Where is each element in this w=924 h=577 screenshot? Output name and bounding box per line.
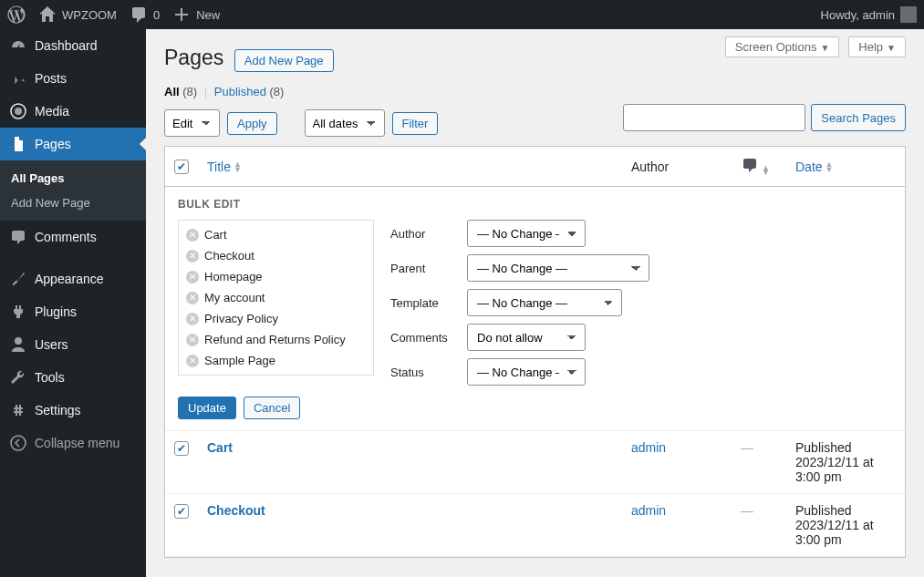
- row-checkbox[interactable]: [174, 441, 189, 456]
- row-author[interactable]: admin: [631, 503, 666, 518]
- filter-all-count: (8): [182, 85, 197, 98]
- filter-button[interactable]: Filter: [392, 112, 439, 135]
- menu-users[interactable]: Users: [0, 328, 146, 361]
- admin-bar: WPZOOM 0 New Howdy, admin: [0, 0, 924, 29]
- row-checkbox[interactable]: [174, 504, 189, 519]
- bulk-status-select[interactable]: — No Change —: [467, 358, 586, 386]
- add-new-button[interactable]: Add New Page: [234, 49, 334, 72]
- chevron-down-icon: ▼: [820, 43, 829, 53]
- menu-label: Posts: [35, 71, 67, 86]
- menu-label: Settings: [35, 403, 81, 417]
- filter-all-label: All: [164, 85, 180, 98]
- row-comments: —: [741, 503, 753, 518]
- comments-link[interactable]: 0: [130, 5, 160, 24]
- help-label: Help: [858, 40, 883, 54]
- wp-logo-icon[interactable]: [7, 5, 26, 24]
- bulk-item: ✕Privacy Policy: [179, 308, 373, 329]
- remove-icon[interactable]: ✕: [186, 250, 199, 263]
- new-label: New: [196, 8, 220, 22]
- remove-icon[interactable]: ✕: [186, 334, 199, 346]
- bulk-template-select[interactable]: — No Change —: [467, 289, 622, 316]
- table-row: Checkout admin — Published2023/12/11 at …: [165, 494, 905, 557]
- brush-icon: [9, 270, 27, 288]
- bulk-author-select[interactable]: — No Change —: [467, 220, 586, 247]
- new-content[interactable]: New: [172, 5, 220, 24]
- menu-dashboard[interactable]: Dashboard: [0, 29, 146, 62]
- row-title[interactable]: Checkout: [207, 503, 265, 518]
- bulk-edit-title: BULK EDIT: [178, 198, 892, 211]
- filter-all[interactable]: All: [164, 85, 180, 98]
- update-button[interactable]: Update: [178, 397, 236, 419]
- sort-icon: ▲▼: [234, 162, 242, 172]
- wrench-icon: [9, 368, 27, 386]
- pages-table: Title▲▼ Author ▲▼ Date▲▼ BULK EDIT ✕Cart…: [164, 146, 906, 558]
- date-filter-select[interactable]: All dates: [305, 109, 385, 137]
- user-icon: [9, 335, 27, 354]
- row-title[interactable]: Cart: [207, 440, 233, 455]
- sort-icon: ▲▼: [825, 162, 834, 172]
- comments-count: 0: [153, 8, 160, 22]
- col-author[interactable]: Author: [622, 147, 732, 187]
- bulk-item-label: My account: [204, 291, 265, 304]
- comment-icon: [741, 156, 759, 174]
- row-author[interactable]: admin: [631, 440, 666, 455]
- search-input[interactable]: [623, 104, 805, 131]
- help-button[interactable]: Help▼: [848, 36, 906, 57]
- remove-icon[interactable]: ✕: [186, 271, 199, 283]
- bulk-action-select[interactable]: Edit: [164, 109, 220, 137]
- menu-posts[interactable]: Posts: [0, 62, 146, 95]
- apply-button[interactable]: Apply: [227, 112, 277, 135]
- site-name: WPZOOM: [62, 8, 117, 22]
- status-filters: All (8) | Published (8): [164, 85, 906, 98]
- collapse-menu[interactable]: Collapse menu: [0, 427, 146, 459]
- submenu-all-pages[interactable]: All Pages: [0, 166, 146, 191]
- menu-tools[interactable]: Tools: [0, 361, 146, 394]
- page-icon: [9, 135, 27, 153]
- comment-icon: [130, 5, 148, 24]
- col-date[interactable]: Date: [795, 160, 823, 174]
- menu-comments[interactable]: Comments: [0, 221, 146, 253]
- bulk-item: ✕Sample Page: [179, 350, 373, 371]
- menu-label: Plugins: [35, 304, 77, 319]
- plug-icon: [9, 303, 27, 321]
- remove-icon[interactable]: ✕: [186, 292, 199, 304]
- svg-point-2: [11, 436, 26, 450]
- bulk-parent-select[interactable]: — No Change —: [467, 254, 649, 282]
- menu-appearance[interactable]: Appearance: [0, 263, 146, 295]
- col-title[interactable]: Title: [207, 160, 231, 174]
- remove-icon[interactable]: ✕: [186, 313, 199, 325]
- remove-icon[interactable]: ✕: [186, 355, 199, 367]
- bulk-item-label: Privacy Policy: [204, 312, 278, 325]
- sort-icon: ▲▼: [762, 166, 770, 176]
- collapse-icon: [9, 434, 27, 452]
- bulk-item-label: Checkout: [204, 249, 254, 263]
- menu-settings[interactable]: Settings: [0, 394, 146, 427]
- bulk-comments-label: Comments: [390, 331, 454, 345]
- comment-icon: [9, 228, 27, 246]
- bulk-item-label: Refund and Returns Policy: [204, 333, 346, 346]
- row-comments: —: [741, 440, 753, 455]
- home-icon: [38, 5, 57, 24]
- account-link[interactable]: Howdy, admin: [821, 6, 917, 23]
- submenu-add-page[interactable]: Add New Page: [0, 191, 146, 215]
- menu-pages[interactable]: Pages: [0, 128, 146, 160]
- menu-label: Users: [35, 337, 68, 352]
- bulk-comments-select[interactable]: Do not allow: [467, 324, 586, 351]
- collapse-label: Collapse menu: [35, 436, 119, 450]
- remove-icon[interactable]: ✕: [186, 229, 199, 242]
- table-row: Cart admin — Published2023/12/11 at 3:00…: [165, 431, 905, 494]
- menu-label: Appearance: [35, 272, 104, 286]
- filter-published[interactable]: Published: [214, 85, 266, 98]
- cancel-button[interactable]: Cancel: [244, 397, 300, 419]
- chevron-down-icon: ▼: [887, 43, 896, 53]
- bulk-item-label: Homepage: [204, 270, 263, 283]
- menu-media[interactable]: Media: [0, 95, 146, 128]
- screen-options-button[interactable]: Screen Options▼: [725, 36, 840, 57]
- site-link[interactable]: WPZOOM: [38, 5, 117, 24]
- settings-icon: [9, 401, 27, 419]
- avatar: [900, 6, 917, 23]
- search-button[interactable]: Search Pages: [811, 104, 906, 131]
- menu-plugins[interactable]: Plugins: [0, 295, 146, 328]
- menu-label: Media: [35, 104, 69, 118]
- select-all-checkbox[interactable]: [174, 160, 189, 174]
